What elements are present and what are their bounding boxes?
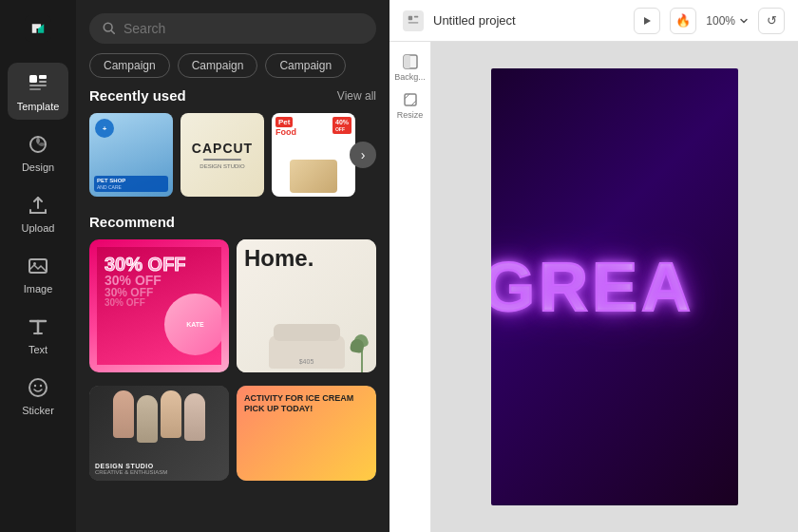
sidebar-item-text[interactable]: Text [8, 306, 68, 363]
filter-chips: Campaign Campaign Campaign [76, 53, 390, 87]
resize-tool[interactable]: Resize [394, 89, 427, 122]
play-button[interactable] [634, 8, 660, 34]
canvas-preview: GREA [491, 68, 738, 505]
svg-rect-13 [408, 15, 412, 19]
rec-card-home[interactable]: Home. $405 [237, 239, 376, 372]
zoom-label: 100% [706, 14, 735, 28]
svg-rect-19 [405, 94, 416, 105]
svg-rect-18 [404, 55, 410, 68]
sidebar-item-template[interactable]: Template [8, 63, 68, 120]
bottom-row: DESIGN STUDIO CREATIVE & ENTHUSIASM ACTI… [89, 386, 376, 481]
sidebar-template-label: Template [17, 101, 60, 112]
canvas-area[interactable]: GREA [431, 42, 798, 532]
background-tool-label: Backg... [394, 72, 426, 82]
sidebar-design-label: Design [22, 162, 54, 173]
recommend-grid: 30% OFF 30% OFF 30% OFF 30% OFF KATE Hom… [89, 239, 376, 372]
sidebar-sticker-label: Sticker [22, 405, 54, 416]
sidebar-item-design[interactable]: Design [8, 124, 68, 180]
bottom-card-studio[interactable]: DESIGN STUDIO CREATIVE & ENTHUSIASM [89, 386, 229, 481]
panel-content: Recently used View all + PET SHOP AND CA… [76, 87, 390, 532]
template-icon [25, 70, 51, 97]
sidebar-item-upload[interactable]: Upload [8, 184, 68, 241]
svg-rect-3 [39, 81, 47, 83]
editor-body: Backg... Resize GREA [390, 42, 798, 532]
filter-chip-2[interactable]: Campaign [265, 53, 346, 78]
canvas-text: GREA [491, 248, 694, 326]
search-bar[interactable] [89, 13, 376, 44]
recent-card-petshop[interactable]: + PET SHOP AND CARE [89, 113, 173, 197]
sidebar-upload-label: Upload [22, 222, 55, 234]
svg-point-9 [29, 379, 47, 396]
recent-next-arrow[interactable]: › [350, 142, 376, 168]
upload-icon [25, 192, 51, 218]
bottom-card-icecream[interactable]: ACTIVITY FOR ICE CREAMPICK UP TODAY! [237, 386, 376, 481]
recently-used-title: Recently used [89, 87, 186, 104]
rec-card-sale[interactable]: 30% OFF 30% OFF 30% OFF 30% OFF KATE [89, 239, 229, 372]
svg-rect-2 [39, 75, 47, 79]
filter-chip-0[interactable]: Campaign [89, 53, 170, 78]
image-icon [25, 253, 51, 279]
svg-rect-4 [29, 85, 47, 86]
app-logo [21, 11, 55, 46]
text-icon [25, 314, 51, 340]
svg-marker-16 [644, 17, 651, 25]
zoom-group: 100% [706, 14, 749, 28]
sidebar: Template Design Upload [0, 0, 76, 532]
template-panel: Campaign Campaign Campaign Recently used… [76, 0, 390, 532]
svg-rect-1 [29, 75, 37, 83]
project-icon [403, 10, 424, 31]
filter-chip-1[interactable]: Campaign [178, 53, 258, 78]
sidebar-text-label: Text [28, 344, 48, 355]
project-title: Untitled project [433, 13, 624, 28]
sidebar-item-sticker[interactable]: Sticker [8, 367, 68, 424]
svg-point-11 [40, 385, 42, 387]
search-input[interactable] [124, 21, 363, 36]
svg-rect-7 [29, 259, 47, 273]
view-all-button[interactable]: View all [337, 89, 376, 103]
editor-topbar: Untitled project 🔥 100% ↺ [390, 0, 798, 42]
flame-button[interactable]: 🔥 [670, 8, 696, 34]
recommend-title: Recommend [89, 214, 175, 230]
recommend-header: Recommend [89, 214, 376, 230]
sidebar-image-label: Image [24, 283, 53, 294]
sidebar-item-image[interactable]: Image [8, 245, 68, 302]
resize-tool-label: Resize [397, 110, 424, 120]
design-icon [25, 131, 51, 158]
recently-used-header: Recently used View all [89, 87, 376, 104]
undo-button[interactable]: ↺ [758, 8, 785, 34]
recent-card-capcut[interactable]: CAPCUT DESIGN STUDIO [180, 113, 264, 197]
background-tool[interactable]: Backg... [394, 51, 427, 84]
sticker-icon [25, 374, 51, 401]
svg-rect-15 [408, 21, 419, 23]
editor-area: Untitled project 🔥 100% ↺ Backg... [390, 0, 798, 532]
recommend-section: Recommend 30% OFF 30% OFF 30% OFF 30% OF… [89, 214, 376, 372]
tool-rail: Backg... Resize [390, 42, 431, 532]
svg-rect-14 [414, 15, 418, 17]
search-icon [103, 22, 116, 35]
recently-used-row: + PET SHOP AND CARE CAPCUT DESIGN STUDIO [89, 113, 376, 197]
svg-point-10 [34, 385, 36, 387]
recent-card-petfood[interactable]: Pet Food 40%OFF [272, 113, 355, 197]
svg-rect-5 [29, 88, 41, 90]
chevron-down-icon [739, 16, 749, 26]
